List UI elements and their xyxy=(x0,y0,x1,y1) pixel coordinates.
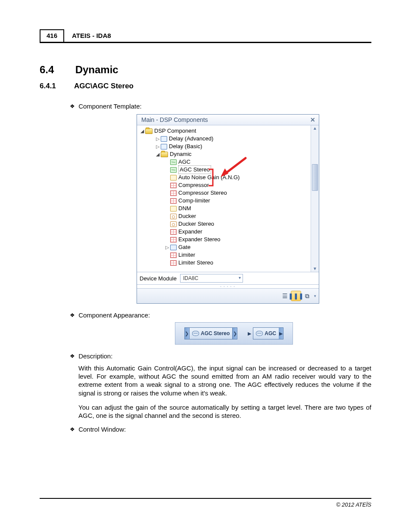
diamond-icon: ❖ xyxy=(70,353,75,359)
scrollbar[interactable]: ▲ ▼ xyxy=(311,125,319,272)
chip-label: AGC xyxy=(265,330,276,336)
bullet-label: Description: xyxy=(78,352,112,360)
tree-item[interactable]: Expander xyxy=(140,228,311,236)
tree-label: DNM xyxy=(178,205,191,212)
scroll-down-icon[interactable]: ▼ xyxy=(313,267,317,271)
blue-icon xyxy=(161,144,167,149)
blue-icon xyxy=(161,136,167,142)
page-footer: © 2012 ATEÏS xyxy=(40,498,371,508)
folder-icon xyxy=(145,128,153,134)
chip-input-marker-icon: ▶ xyxy=(248,331,251,336)
window-title: Main - DSP Components xyxy=(141,116,208,123)
close-icon[interactable]: ✕ xyxy=(310,116,315,123)
device-module-row: Device Module IDA8C xyxy=(137,272,319,284)
tree-item[interactable]: Compressor Stereo xyxy=(140,189,311,197)
toolbar-dropdown-icon[interactable]: ▾ xyxy=(314,294,316,298)
subsection-title: AGC\AGC Stereo xyxy=(74,82,134,90)
scroll-up-icon[interactable]: ▲ xyxy=(313,126,317,131)
panel-grip[interactable]: • • • • • xyxy=(137,284,319,288)
tree-item[interactable]: ▷Delay (Advanced) xyxy=(140,135,311,143)
component-chip-agc[interactable]: ▶ AGC ▶ xyxy=(248,328,283,339)
bottom-toolbar: ☰ ❚❚❚ ⧉ ▾ xyxy=(137,288,319,303)
expand-icon[interactable]: ◢ xyxy=(140,127,144,135)
chip-output-handle-icon: ❯ xyxy=(232,327,237,339)
tree-item[interactable]: AGC Stereo xyxy=(140,166,311,174)
list-icon: ☰ xyxy=(282,293,288,299)
toolbar-button-columns[interactable]: ❚❚❚ xyxy=(291,291,301,301)
document-page: 416 ATEIS - IDA8 6.4 Dynamic 6.4.1 AGC\A… xyxy=(0,0,411,532)
tree-label: Delay (Basic) xyxy=(169,143,202,150)
toolbar-button-expand[interactable]: ⧉ xyxy=(302,291,312,301)
component-appearance-panel: ❯ AGC Stereo ❯ ▶ AGC ▶ xyxy=(175,322,293,345)
expand-icon[interactable]: ▷ xyxy=(165,243,169,251)
scroll-thumb[interactable] xyxy=(312,164,318,191)
tree-item[interactable]: Auto Noise Gain (A.N.G) xyxy=(140,174,311,181)
diamond-icon: ❖ xyxy=(70,426,75,432)
tree-item[interactable]: AGC xyxy=(140,158,311,166)
anc-icon xyxy=(170,175,177,180)
bullet-label: Component Appearance: xyxy=(78,311,150,319)
device-module-value: IDA8C xyxy=(183,275,198,281)
component-tree[interactable]: ◢ DSP Component ▷Delay (Advanced)▷Delay … xyxy=(137,125,311,272)
folder-icon xyxy=(161,152,168,157)
collapse-icon[interactable]: ◢ xyxy=(155,150,160,158)
pinkgrid-icon xyxy=(170,252,177,258)
component-chip-agc-stereo[interactable]: ❯ AGC Stereo ❯ xyxy=(184,328,237,339)
tree-label: Compressor Stereo xyxy=(178,189,227,197)
pinkgrid-icon xyxy=(170,229,177,235)
expand-icon[interactable]: ▷ xyxy=(155,143,160,150)
expand-icon: ⧉ xyxy=(305,293,309,299)
tree-item[interactable]: Ducker xyxy=(140,212,311,220)
tree-label: AGC Stereo xyxy=(178,165,211,174)
tree-label: AGC xyxy=(178,158,190,166)
diamond-icon: ❖ xyxy=(70,312,75,318)
device-module-label: Device Module xyxy=(140,275,177,282)
tree-item[interactable]: ▷Gate xyxy=(140,243,311,251)
tree-label: Dynamic xyxy=(170,150,192,158)
chip-input-handle-icon: ❯ xyxy=(184,327,190,339)
bullet-component-template: ❖ Component Template: xyxy=(70,103,371,110)
dsp-components-window: Main - DSP Components ✕ ◢ DSP Component … xyxy=(137,114,319,304)
tree-item[interactable]: DNM xyxy=(140,205,311,212)
component-icon xyxy=(192,331,199,336)
section-heading: 6.4 Dynamic xyxy=(40,64,371,76)
scroll-track[interactable] xyxy=(312,131,318,267)
duck-icon xyxy=(170,221,177,227)
tree-label: Comp-limiter xyxy=(178,197,210,205)
tree-label: Auto Noise Gain (A.N.G) xyxy=(178,174,240,181)
tree-item[interactable]: Ducker Stereo xyxy=(140,220,311,228)
tree-item[interactable]: Limiter xyxy=(140,251,311,259)
component-icon xyxy=(256,331,263,336)
tree-item[interactable]: Expander Stereo xyxy=(140,236,311,243)
chip-label: AGC Stereo xyxy=(201,330,230,336)
copyright-text: © 2012 ATEÏS xyxy=(336,501,371,508)
expand-icon[interactable]: ▷ xyxy=(155,135,160,143)
tree-item[interactable]: Compressor xyxy=(140,181,311,189)
header-title: ATEIS - IDA8 xyxy=(64,29,111,42)
tree-item[interactable]: Limiter Stereo xyxy=(140,259,311,267)
pinkgrid-icon xyxy=(170,260,177,266)
device-module-dropdown[interactable]: IDA8C xyxy=(180,274,243,283)
section-title: Dynamic xyxy=(75,64,118,75)
pinkgrid-icon xyxy=(170,190,177,196)
tree-label: Ducker xyxy=(178,212,196,220)
bullet-description: ❖ Description: xyxy=(70,352,371,360)
bullet-control-window: ❖ Control Window: xyxy=(70,426,371,433)
tree-item[interactable]: ◢Dynamic xyxy=(140,150,311,158)
window-titlebar: Main - DSP Components ✕ xyxy=(137,115,319,125)
tree-label: Delay (Advanced) xyxy=(169,135,213,143)
columns-icon: ❚❚❚ xyxy=(288,293,304,299)
tree-item[interactable]: ▷Delay (Basic) xyxy=(140,143,311,150)
bullet-label: Component Template: xyxy=(78,103,141,110)
tree-label: DSP Component xyxy=(154,127,196,135)
tree-label: Expander Stereo xyxy=(178,236,221,243)
tree-item[interactable]: Comp-limiter xyxy=(140,197,311,205)
page-header: 416 ATEIS - IDA8 xyxy=(40,29,371,43)
section-number: 6.4 xyxy=(40,64,72,76)
chip-output-handle-icon: ▶ xyxy=(279,327,283,339)
tree-root[interactable]: ◢ DSP Component xyxy=(140,127,311,135)
pinkgrid-icon xyxy=(170,237,177,243)
pinkgrid-icon xyxy=(170,198,177,204)
description-paragraph-1: With this Automatic Gain Control(AGC), t… xyxy=(78,364,371,397)
tree-label: Gate xyxy=(178,243,190,251)
